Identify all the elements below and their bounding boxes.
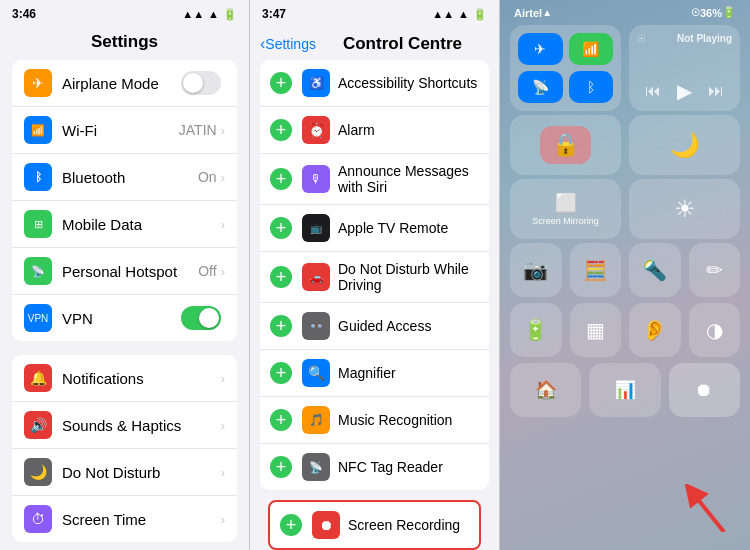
settings-group-2: 🔔 Notifications › 🔊 Sounds & Haptics › 🌙… bbox=[12, 355, 237, 542]
back-button[interactable]: ‹ Settings bbox=[260, 35, 316, 53]
cc-row-6: 🏠 📊 ⏺ bbox=[500, 363, 750, 423]
screen-time-label: Screen Time bbox=[62, 511, 221, 528]
vpn-icon: VPN bbox=[24, 304, 52, 332]
settings-panel: 3:46 ▲▲ ▲ 🔋 Settings ✈ Airplane Mode 📶 W… bbox=[0, 0, 250, 550]
focus-card[interactable]: 🔒 bbox=[510, 115, 621, 175]
screen-time-item[interactable]: ⏱ Screen Time › bbox=[12, 496, 237, 542]
music-rec-item[interactable]: + 🎵 Music Recognition bbox=[260, 397, 489, 444]
add-magnifier-btn[interactable]: + bbox=[270, 362, 292, 384]
screen-time-chevron: › bbox=[221, 512, 225, 527]
appletv-item[interactable]: + 📺 Apple TV Remote bbox=[260, 205, 489, 252]
add-nfc-btn[interactable]: + bbox=[270, 456, 292, 478]
hotspot-value: Off bbox=[198, 263, 216, 279]
next-btn[interactable]: ⏭ bbox=[708, 82, 724, 100]
battery-icon-1: 🔋 bbox=[223, 8, 237, 21]
siri-item[interactable]: + 🎙 Announce Messages with Siri bbox=[260, 154, 489, 205]
airplane-mode-item[interactable]: ✈ Airplane Mode bbox=[12, 60, 237, 107]
notifications-item[interactable]: 🔔 Notifications › bbox=[12, 355, 237, 402]
accessibility-item[interactable]: + ♿ Accessibility Shortcuts bbox=[260, 60, 489, 107]
airplane-cc-btn[interactable]: ✈ bbox=[518, 33, 563, 65]
cc-battery-pct: 36% bbox=[700, 7, 722, 19]
alarm-label: Alarm bbox=[338, 122, 479, 138]
calculator-btn[interactable]: 🧮 bbox=[570, 243, 622, 297]
guided-label: Guided Access bbox=[338, 318, 479, 334]
add-appletv-btn[interactable]: + bbox=[270, 217, 292, 239]
dnd-card[interactable]: 🌙 bbox=[629, 115, 740, 175]
dnd-driving-item[interactable]: + 🚗 Do Not Disturb While Driving bbox=[260, 252, 489, 303]
wifi-item[interactable]: 📶 Wi-Fi JATIN › bbox=[12, 107, 237, 154]
play-btn[interactable]: ▶ bbox=[677, 79, 692, 103]
brightness-card[interactable]: ☀ bbox=[629, 179, 740, 239]
bluetooth-label: Bluetooth bbox=[62, 169, 198, 186]
wifi-setting-icon: 📶 bbox=[24, 116, 52, 144]
cc-row-5: 🔋 ▦ 👂 ◑ bbox=[500, 303, 750, 363]
not-playing-label: Not Playing bbox=[677, 33, 732, 44]
battery-cc-btn[interactable]: 🔋 bbox=[510, 303, 562, 357]
siri-icon: 🎙 bbox=[302, 165, 330, 193]
dnd-label: Do Not Disturb bbox=[62, 464, 221, 481]
screen-rec-label: Screen Recording bbox=[348, 517, 469, 533]
cc-carrier: Airtel bbox=[514, 7, 542, 19]
add-alarm-btn[interactable]: + bbox=[270, 119, 292, 141]
magnifier-icon: 🔍 bbox=[302, 359, 330, 387]
dnd-icon: 🌙 bbox=[24, 458, 52, 486]
svg-line-1 bbox=[692, 492, 724, 532]
home-cc-btn[interactable]: 🏠 bbox=[510, 363, 581, 417]
guided-access-item[interactable]: + 👓 Guided Access bbox=[260, 303, 489, 350]
add-music-rec-btn[interactable]: + bbox=[270, 409, 292, 431]
vpn-item[interactable]: VPN VPN bbox=[12, 295, 237, 341]
airplane-toggle[interactable] bbox=[181, 71, 221, 95]
wifi-chevron: › bbox=[221, 123, 225, 138]
sounds-item[interactable]: 🔊 Sounds & Haptics › bbox=[12, 402, 237, 449]
alarm-item[interactable]: + ⏰ Alarm bbox=[260, 107, 489, 154]
nfc-item[interactable]: + 📡 NFC Tag Reader bbox=[260, 444, 489, 490]
settings-title: Settings bbox=[0, 28, 249, 60]
torch-btn[interactable]: 🔦 bbox=[629, 243, 681, 297]
panel2-title: Control Centre bbox=[316, 34, 489, 54]
add-siri-btn[interactable]: + bbox=[270, 168, 292, 190]
red-arrow-icon bbox=[684, 484, 732, 532]
add-dnd-driving-btn[interactable]: + bbox=[270, 266, 292, 288]
wifi-value: JATIN bbox=[179, 122, 217, 138]
appletv-label: Apple TV Remote bbox=[338, 220, 479, 236]
vpn-toggle[interactable] bbox=[181, 306, 221, 330]
edit-btn[interactable]: ✏ bbox=[689, 243, 741, 297]
bluetooth-icon: ᛒ bbox=[24, 163, 52, 191]
screen-mirror-icon: ⬜ bbox=[555, 192, 577, 214]
airplane-icon: ✈ bbox=[24, 69, 52, 97]
magnifier-item[interactable]: + 🔍 Magnifier bbox=[260, 350, 489, 397]
hotspot-item[interactable]: 📡 Personal Hotspot Off › bbox=[12, 248, 237, 295]
accessibility-label: Accessibility Shortcuts bbox=[338, 75, 479, 91]
screen-mirror-card[interactable]: ⬜ Screen Mirroring bbox=[510, 179, 621, 239]
appletv-icon: 📺 bbox=[302, 214, 330, 242]
camera-btn[interactable]: 📷 bbox=[510, 243, 562, 297]
cc-battery-indicator: 🔋 bbox=[722, 6, 736, 19]
wifi-cc-btn[interactable]: 📡 bbox=[518, 71, 563, 103]
cellular-cc-btn[interactable]: 📶 bbox=[569, 33, 614, 65]
dnd-item[interactable]: 🌙 Do Not Disturb › bbox=[12, 449, 237, 496]
control-items-group: + ♿ Accessibility Shortcuts + ⏰ Alarm + … bbox=[260, 60, 489, 490]
bluetooth-cc-btn[interactable]: ᛒ bbox=[569, 71, 614, 103]
add-screen-rec-btn[interactable]: + bbox=[280, 514, 302, 536]
ear-btn[interactable]: 👂 bbox=[629, 303, 681, 357]
hotspot-label: Personal Hotspot bbox=[62, 263, 198, 280]
add-guided-btn[interactable]: + bbox=[270, 315, 292, 337]
contrast-btn[interactable]: ◑ bbox=[689, 303, 741, 357]
notifications-chevron: › bbox=[221, 371, 225, 386]
guided-icon: 👓 bbox=[302, 312, 330, 340]
mobile-data-item[interactable]: ⊞ Mobile Data › bbox=[12, 201, 237, 248]
screen-mirror-label: Screen Mirroring bbox=[532, 216, 599, 226]
prev-btn[interactable]: ⏮ bbox=[645, 82, 661, 100]
record-btn[interactable]: ⏺ bbox=[669, 363, 740, 417]
status-bar-2: 3:47 ▲▲ ▲ 🔋 bbox=[250, 0, 499, 28]
qr-btn[interactable]: ▦ bbox=[570, 303, 622, 357]
dnd-chevron: › bbox=[221, 465, 225, 480]
status-icons-1: ▲▲ ▲ 🔋 bbox=[182, 8, 237, 21]
screen-recording-item[interactable]: + ⏺ Screen Recording bbox=[268, 500, 481, 550]
control-centre-panel: 3:47 ▲▲ ▲ 🔋 ‹ Settings Control Centre + … bbox=[250, 0, 500, 550]
screen-time-icon: ⏱ bbox=[24, 505, 52, 533]
bluetooth-item[interactable]: ᛒ Bluetooth On › bbox=[12, 154, 237, 201]
music-rec-icon: 🎵 bbox=[302, 406, 330, 434]
add-accessibility-btn[interactable]: + bbox=[270, 72, 292, 94]
soundwave-btn[interactable]: 📊 bbox=[589, 363, 660, 417]
